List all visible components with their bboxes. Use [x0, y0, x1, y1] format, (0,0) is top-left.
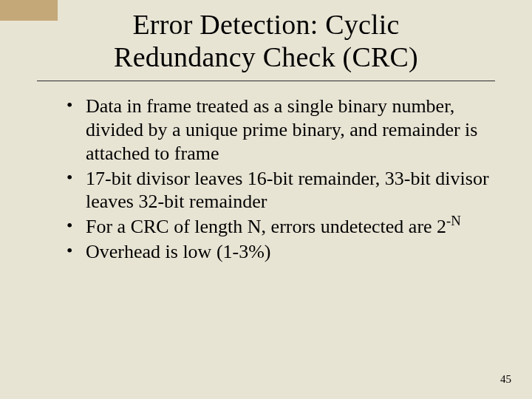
slide-container: Error Detection: Cyclic Redundancy Check…: [0, 0, 532, 263]
page-number: 45: [500, 373, 511, 386]
bullet-item: 17-bit divisor leaves 16-bit remainder, …: [72, 167, 495, 214]
title-line-1: Error Detection: Cyclic: [132, 9, 399, 40]
bullet-item: Data in frame treated as a single binary…: [72, 95, 495, 165]
bullet-item: Overhead is low (1-3%): [72, 240, 495, 264]
bullet-text: For a CRC of length N, errors undetected…: [86, 216, 446, 237]
bullet-text: Data in frame treated as a single binary…: [86, 95, 477, 163]
slide-title: Error Detection: Cyclic Redundancy Check…: [37, 9, 495, 81]
title-line-2: Redundancy Check (CRC): [114, 41, 418, 72]
bullet-text: 17-bit divisor leaves 16-bit remainder, …: [86, 168, 489, 213]
superscript: -N: [446, 213, 461, 228]
bullet-text: Overhead is low (1-3%): [86, 241, 271, 262]
bullet-item: For a CRC of length N, errors undetected…: [72, 215, 495, 239]
bullet-list: Data in frame treated as a single binary…: [37, 95, 495, 263]
corner-accent: [0, 0, 58, 21]
